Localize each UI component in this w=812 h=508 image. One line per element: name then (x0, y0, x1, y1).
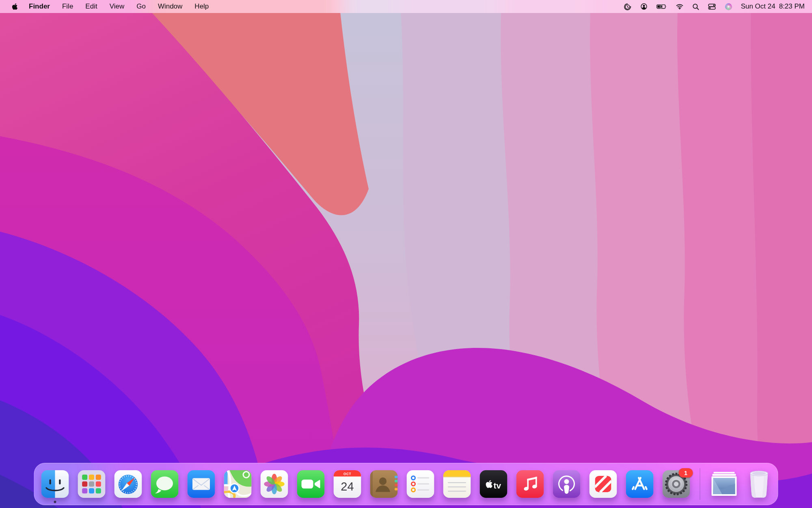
podcasts-icon (553, 470, 581, 498)
dock-item-photos[interactable] (256, 463, 293, 505)
calendar-month-label: OCT (343, 472, 351, 476)
wallpaper-monterey (0, 0, 812, 508)
calendar-icon: OCT 24 (334, 470, 361, 498)
menu-bar-clock[interactable]: Sun Oct 24 8:23 PM (741, 2, 806, 11)
dock-item-safari[interactable] (110, 463, 147, 505)
dock-item-system-preferences[interactable]: 1 (658, 463, 695, 505)
dock-item-reminders[interactable] (402, 463, 439, 505)
menu-bar-menus: Finder File Edit View Go Window Help (6, 0, 215, 13)
facetime-icon (297, 470, 325, 498)
time-machine-icon[interactable] (619, 3, 636, 11)
clock-time: 8:23 PM (779, 2, 805, 11)
dock-item-app-store[interactable] (622, 463, 658, 505)
clock-date: Sun Oct 24 (741, 2, 775, 11)
dock: OCT 24 (34, 463, 778, 505)
notes-icon (443, 470, 471, 498)
dock-item-tv[interactable]: tv (475, 463, 512, 505)
dock-item-facetime[interactable] (293, 463, 329, 505)
finder-icon (41, 470, 69, 498)
dock-item-messages[interactable] (147, 463, 183, 505)
dock-item-calendar[interactable]: OCT 24 (329, 463, 366, 505)
battery-charging-icon[interactable] (652, 3, 672, 10)
dock-item-finder[interactable] (37, 463, 73, 505)
safari-icon (114, 470, 142, 498)
photos-icon (261, 470, 288, 498)
maps-icon (224, 470, 252, 498)
menu-bar: Finder File Edit View Go Window Help (0, 0, 812, 13)
dock-item-podcasts[interactable] (549, 463, 585, 505)
dock-item-contacts[interactable] (366, 463, 402, 505)
dock-item-launchpad[interactable] (73, 463, 110, 505)
dock-item-notes[interactable] (439, 463, 475, 505)
menu-file[interactable]: File (56, 0, 79, 13)
news-icon (590, 470, 617, 498)
mail-icon (188, 470, 215, 498)
dock-item-mail[interactable] (183, 463, 220, 505)
menu-window[interactable]: Window (152, 0, 188, 13)
apple-menu[interactable] (6, 3, 23, 10)
dock-item-trash[interactable] (743, 463, 775, 505)
music-icon (516, 470, 544, 498)
reminders-icon (407, 470, 434, 498)
dock-item-pictures-stack[interactable] (706, 463, 743, 505)
dock-separator (700, 468, 700, 500)
notification-badge: 1 (679, 468, 693, 478)
wifi-icon[interactable] (672, 3, 688, 10)
contacts-icon (370, 470, 398, 498)
menu-help[interactable]: Help (188, 0, 215, 13)
dock-item-maps[interactable] (220, 463, 256, 505)
pictures-stack-icon (711, 472, 738, 496)
launchpad-icon (78, 470, 106, 498)
dock-item-music[interactable] (512, 463, 549, 505)
user-account-icon[interactable] (636, 3, 652, 10)
tv-label: tv (494, 481, 501, 490)
menu-view[interactable]: View (104, 0, 131, 13)
messages-icon (151, 470, 179, 498)
trash-icon (748, 469, 771, 499)
menu-finder[interactable]: Finder (23, 0, 56, 13)
finder-running-indicator (54, 501, 56, 503)
system-preferences-icon: 1 (663, 470, 690, 498)
siri-icon[interactable] (720, 3, 737, 11)
menu-bar-status: Sun Oct 24 8:23 PM (619, 2, 806, 11)
menu-go[interactable]: Go (130, 0, 152, 13)
tv-icon: tv (480, 470, 508, 498)
dock-item-news[interactable] (585, 463, 622, 505)
desktop[interactable]: Finder File Edit View Go Window Help (0, 0, 812, 508)
menu-edit[interactable]: Edit (79, 0, 103, 13)
calendar-day-label: 24 (341, 480, 354, 493)
spotlight-icon[interactable] (688, 3, 704, 10)
app-store-icon (626, 470, 654, 498)
control-center-icon[interactable] (704, 3, 720, 10)
apple-logo-icon (12, 3, 18, 10)
